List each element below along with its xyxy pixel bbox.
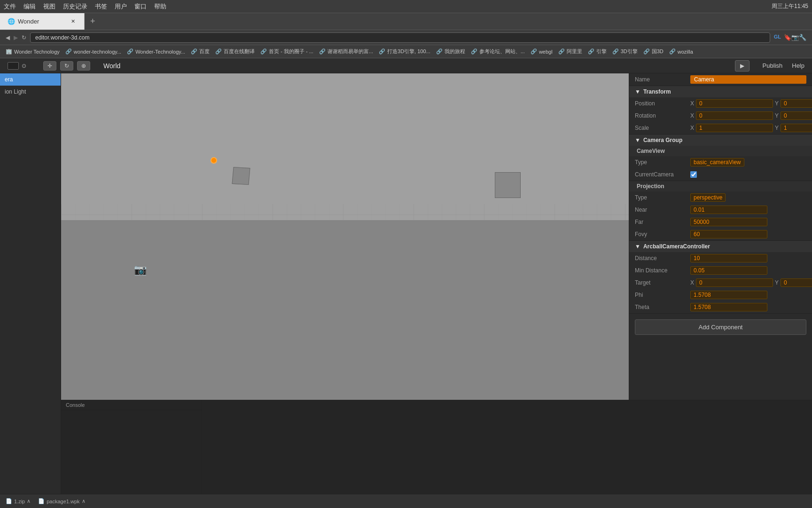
scale-label: Scale <box>635 125 687 131</box>
console-label: Console <box>61 400 202 410</box>
nav-back[interactable]: ◀ <box>6 34 10 41</box>
menu-view[interactable]: 视图 <box>43 2 55 11</box>
tab-close-button[interactable]: ✕ <box>69 18 77 25</box>
app-topbar: ⊙ ✛ ↻ ⊕ World ▶ Publish Help <box>0 58 812 73</box>
pos-x-label: X <box>690 100 694 107</box>
nav-refresh[interactable]: ↻ <box>22 34 26 41</box>
rotation-y-input[interactable] <box>781 111 812 120</box>
near-input[interactable] <box>690 206 767 214</box>
scale-y-input[interactable] <box>781 124 812 132</box>
bookmark-11[interactable]: 🔗阿里里 <box>558 48 582 55</box>
bookmark-13[interactable]: 🔗3D引擎 <box>612 48 638 55</box>
position-label: Position <box>635 100 687 107</box>
position-coords: X Y <box>690 99 812 108</box>
active-tab[interactable]: 🌐 Wonder ✕ <box>0 13 85 30</box>
min-distance-label: Min Distance <box>635 267 687 274</box>
target-y-input[interactable] <box>781 278 812 287</box>
theta-input[interactable] <box>690 303 767 311</box>
target-row: Target X Y <box>629 277 812 289</box>
target-label: Target <box>635 279 687 286</box>
phi-input[interactable] <box>690 291 767 299</box>
content-area: 📷 Name ▼ Transform <box>61 73 812 494</box>
bookmark-8[interactable]: 🔗我的旅程 <box>436 48 465 55</box>
arcball-header[interactable]: ▼ ArcballCameraController <box>629 241 812 252</box>
rotate-tool-btn[interactable]: ↻ <box>60 61 73 71</box>
add-component-button[interactable]: Add Component <box>635 319 806 335</box>
camera-object: 📷 <box>134 264 147 276</box>
fovy-input[interactable] <box>690 230 767 238</box>
left-panel-label-1: ion Light <box>5 88 26 95</box>
file2-chevron[interactable]: ∧ <box>82 498 86 504</box>
left-panel-label-0: era <box>5 76 13 83</box>
theta-label: Theta <box>635 304 687 310</box>
address-bar-row: ◀ ▶ ↻ GL 🔖📷🔧 <box>0 30 812 45</box>
svg-rect-3 <box>61 204 629 400</box>
name-section: Name <box>629 73 812 86</box>
bookmark-4[interactable]: 🔗百度在线翻译 <box>215 48 255 55</box>
near-row: Near <box>629 204 812 216</box>
browser-menu[interactable]: 文件 编辑 视图 历史记录 书签 用户 窗口 帮助 <box>4 2 166 11</box>
distance-input[interactable] <box>690 254 767 262</box>
scale-tool-btn[interactable]: ⊕ <box>77 61 90 71</box>
camera-group-header[interactable]: ▼ Camera Group <box>629 135 812 146</box>
menu-window[interactable]: 窗口 <box>134 2 147 11</box>
name-input[interactable] <box>690 75 806 84</box>
bookmark-3[interactable]: 🔗百度 <box>191 48 210 55</box>
camera-group-section: ▼ Camera Group CameView Type basic_camer… <box>629 135 812 181</box>
left-panel-item-camera[interactable]: era <box>0 73 61 86</box>
bookmark-6[interactable]: 🔗谢谢稻而易举的富... <box>319 48 373 55</box>
svg-rect-1 <box>61 73 629 220</box>
fovy-row: Fovy <box>629 228 812 240</box>
target-x-input[interactable] <box>696 278 773 287</box>
rot-x-label: X <box>690 112 694 119</box>
bookmark-10[interactable]: 🔗webgl <box>531 48 553 55</box>
far-input[interactable] <box>690 218 767 226</box>
phi-label: Phi <box>635 292 687 298</box>
projection-type-row: Type perspective <box>629 191 812 204</box>
bookmark-14[interactable]: 🔗国3D <box>643 48 664 55</box>
menu-help[interactable]: 帮助 <box>154 2 166 11</box>
distance-label: Distance <box>635 255 687 262</box>
publish-nav[interactable]: Publish <box>763 62 783 69</box>
menu-bookmarks[interactable]: 书签 <box>95 2 107 11</box>
target-icon: ⊙ <box>22 63 26 69</box>
bookmark-15[interactable]: 🔗wozilla <box>669 48 693 55</box>
camera-type-label: Type <box>635 159 687 166</box>
menu-file[interactable]: 文件 <box>4 2 16 11</box>
help-nav[interactable]: Help <box>792 62 804 69</box>
bookmark-7[interactable]: 🔗打造3D引擎, 100... <box>379 48 430 55</box>
bookmark-9[interactable]: 🔗参考论坛、网站、... <box>471 48 525 55</box>
menu-edit[interactable]: 编辑 <box>23 2 36 11</box>
orange-light-dot <box>211 157 217 164</box>
move-tool-btn[interactable]: ✛ <box>43 61 56 71</box>
left-panel-item-light[interactable]: ion Light <box>0 86 61 98</box>
file1-chevron[interactable]: ∧ <box>27 498 31 504</box>
scale-row: Scale X Y <box>629 122 812 134</box>
bookmark-1[interactable]: 🔗wonder-technology... <box>65 48 121 55</box>
rotation-x-input[interactable] <box>696 111 773 120</box>
current-camera-checkbox[interactable] <box>690 171 697 178</box>
bookmark-5[interactable]: 🔗首页 - 我的圈子 - ... <box>260 48 313 55</box>
file2-icon: 📄 <box>38 498 45 504</box>
file1-icon: 📄 <box>6 498 12 504</box>
url-input[interactable] <box>30 32 770 43</box>
left-panel: era ion Light <box>0 73 61 494</box>
min-distance-input[interactable] <box>690 266 767 275</box>
play-button[interactable]: ▶ <box>735 60 750 71</box>
viewport[interactable]: 📷 <box>61 73 629 400</box>
new-tab-button[interactable]: + <box>85 13 101 30</box>
file1-label: 1.zip <box>14 499 25 504</box>
position-x-input[interactable] <box>696 99 773 108</box>
bookmark-0[interactable]: 🏢Wonder Technology <box>6 48 60 55</box>
name-row: Name <box>629 73 812 86</box>
right-panel: Name ▼ Transform Position X <box>629 73 812 400</box>
bookmark-2[interactable]: 🔗Wonder-Technology... <box>127 48 185 55</box>
bookmark-12[interactable]: 🔗引擎 <box>588 48 607 55</box>
transform-header[interactable]: ▼ Transform <box>629 86 812 97</box>
position-y-input[interactable] <box>781 99 812 108</box>
menu-user[interactable]: 用户 <box>115 2 127 11</box>
scale-x-input[interactable] <box>696 124 773 132</box>
nav-forward[interactable]: ▶ <box>14 34 18 41</box>
camera-group-collapse-icon: ▼ <box>635 137 640 143</box>
menu-history[interactable]: 历史记录 <box>63 2 87 11</box>
